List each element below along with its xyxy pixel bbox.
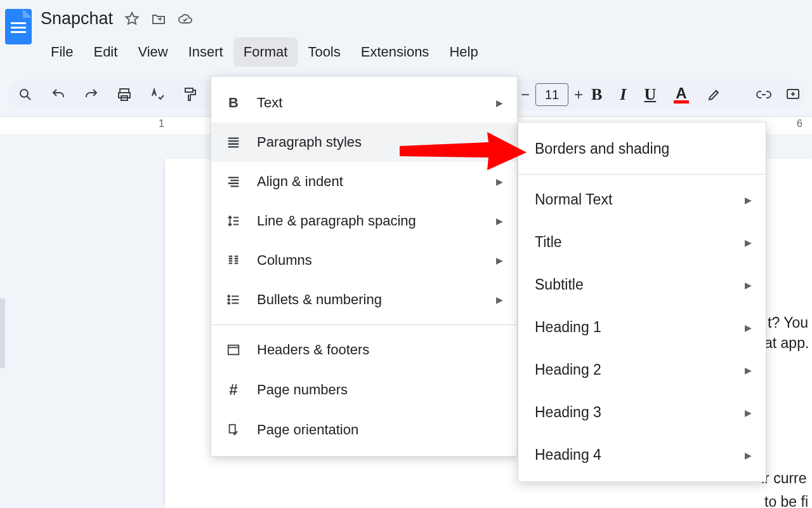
columns-icon [225, 253, 242, 267]
menu-separator [518, 174, 766, 175]
format-paragraph-label: Paragraph styles [257, 134, 362, 150]
paragraph-icon [225, 135, 242, 149]
submenu-h1-label: Heading 1 [535, 319, 601, 335]
bold-icon: B [225, 95, 242, 111]
format-headers-footers[interactable]: Headers & footers [211, 330, 517, 370]
format-headers-label: Headers & footers [257, 342, 369, 358]
print-icon[interactable] [117, 87, 132, 102]
format-bullets-label: Bullets & numbering [257, 291, 382, 308]
font-decrease-button[interactable]: − [515, 86, 535, 104]
chevron-right-icon: ▶ [745, 280, 752, 290]
chevron-right-icon: ▶ [496, 177, 503, 187]
orientation-icon [225, 423, 242, 437]
format-columns-label: Columns [257, 252, 312, 269]
bullets-icon [225, 293, 242, 307]
format-bullets-numbering[interactable]: Bullets & numbering ▶ [211, 280, 517, 319]
format-orientation-label: Page orientation [257, 422, 358, 438]
submenu-heading-4[interactable]: Heading 4 ▶ [518, 434, 766, 476]
chevron-right-icon: ▶ [496, 98, 503, 108]
svg-rect-9 [228, 345, 239, 355]
chevron-right-icon: ▶ [745, 195, 752, 205]
submenu-heading-1[interactable]: Heading 1 ▶ [518, 306, 766, 349]
submenu-h4-label: Heading 4 [535, 446, 601, 463]
paint-format-icon[interactable] [183, 87, 198, 102]
menu-tools[interactable]: Tools [298, 37, 350, 67]
font-size-input[interactable]: 11 [535, 83, 568, 106]
format-align-label: Align & indent [257, 173, 343, 190]
ruler-mark-6: 6 [797, 118, 802, 130]
align-icon [225, 175, 242, 189]
menu-file[interactable]: File [41, 37, 83, 67]
line-spacing-icon [225, 214, 242, 228]
insert-comment-button[interactable] [785, 87, 801, 102]
chevron-right-icon: ▶ [496, 255, 503, 265]
doc-text-fragment: ir curre [761, 470, 812, 487]
submenu-title-label: Title [535, 234, 562, 250]
doc-text-fragment: t? You v [768, 311, 812, 335]
headers-icon [225, 343, 242, 357]
insert-link-button[interactable] [756, 87, 771, 102]
menu-format[interactable]: Format [233, 37, 298, 67]
docs-logo-icon[interactable] [5, 9, 32, 44]
chevron-right-icon: ▶ [496, 216, 503, 226]
submenu-h3-label: Heading 3 [535, 404, 601, 420]
submenu-heading-2[interactable]: Heading 2 ▶ [518, 349, 766, 391]
submenu-subtitle-label: Subtitle [535, 276, 584, 293]
chevron-right-icon: ▶ [745, 365, 752, 375]
format-spacing-label: Line & paragraph spacing [257, 213, 416, 229]
ruler-mark-1: 1 [159, 118, 164, 130]
svg-point-7 [228, 299, 230, 301]
annotation-arrow-icon [400, 131, 527, 171]
menu-view[interactable]: View [128, 37, 178, 67]
svg-point-6 [228, 295, 230, 297]
menu-separator [211, 324, 517, 325]
format-columns[interactable]: Columns ▶ [211, 241, 517, 280]
submenu-h2-label: Heading 2 [535, 361, 601, 378]
move-folder-icon[interactable] [151, 11, 166, 27]
menu-edit[interactable]: Edit [83, 37, 128, 67]
format-text-label: Text [257, 95, 282, 111]
bold-button[interactable]: B [591, 85, 602, 104]
italic-button[interactable]: I [620, 85, 626, 104]
paragraph-styles-submenu: Borders and shading Normal Text ▶ Title … [518, 122, 766, 482]
format-text[interactable]: B Text ▶ [211, 83, 517, 123]
star-icon[interactable] [124, 11, 140, 27]
submenu-subtitle[interactable]: Subtitle ▶ [518, 264, 766, 306]
submenu-normal-label: Normal Text [535, 191, 612, 208]
format-page-numbers[interactable]: # Page numbers [211, 370, 517, 410]
cloud-status-icon[interactable] [178, 11, 193, 27]
menubar: File Edit View Insert Format Tools Exten… [41, 37, 807, 67]
svg-point-8 [228, 302, 230, 304]
submenu-borders-shading[interactable]: Borders and shading [518, 128, 766, 170]
submenu-title[interactable]: Title ▶ [518, 221, 766, 264]
menu-extensions[interactable]: Extensions [351, 37, 440, 67]
submenu-heading-3[interactable]: Heading 3 ▶ [518, 391, 766, 434]
chevron-right-icon: ▶ [745, 323, 752, 333]
chevron-right-icon: ▶ [496, 295, 503, 305]
chevron-right-icon: ▶ [745, 237, 752, 248]
search-menus-icon[interactable] [18, 87, 33, 102]
svg-rect-4 [185, 88, 193, 92]
svg-marker-11 [400, 132, 527, 170]
svg-rect-10 [230, 425, 235, 433]
redo-icon[interactable] [84, 87, 99, 102]
doc-text-fragment: to be fi [764, 493, 812, 508]
format-line-spacing[interactable]: Line & paragraph spacing ▶ [211, 201, 517, 241]
menu-help[interactable]: Help [439, 37, 488, 67]
undo-icon[interactable] [51, 87, 66, 102]
chevron-right-icon: ▶ [745, 408, 752, 418]
svg-point-0 [20, 90, 28, 97]
menu-insert[interactable]: Insert [178, 37, 233, 67]
document-title[interactable]: Snapchat [41, 6, 113, 31]
format-pagenum-label: Page numbers [257, 382, 348, 398]
font-increase-button[interactable]: + [568, 86, 589, 104]
submenu-borders-label: Borders and shading [535, 140, 669, 157]
chevron-right-icon: ▶ [745, 450, 752, 460]
highlight-button[interactable] [707, 87, 722, 102]
spellcheck-icon[interactable] [150, 87, 165, 102]
underline-button[interactable]: U [644, 85, 656, 104]
submenu-normal-text[interactable]: Normal Text ▶ [518, 178, 766, 221]
page-edge-shadow [0, 298, 5, 368]
text-color-button[interactable] [674, 86, 689, 104]
format-page-orientation[interactable]: Page orientation [211, 410, 517, 450]
